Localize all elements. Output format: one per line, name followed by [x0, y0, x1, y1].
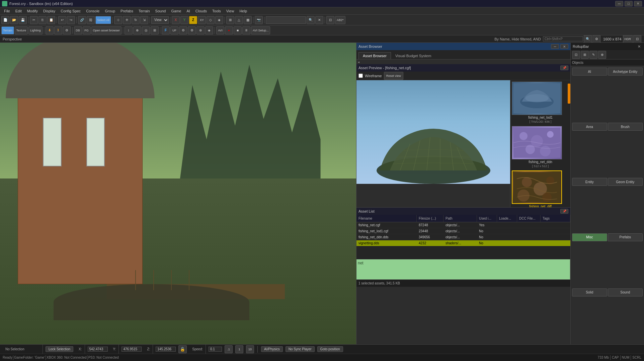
maximize-button[interactable]: □ [625, 1, 633, 6]
menu-modify[interactable]: Modify [24, 8, 41, 14]
f-button[interactable]: F [162, 26, 170, 34]
save-button[interactable]: 💾 [19, 16, 27, 24]
ref-x-button[interactable]: X [172, 16, 180, 24]
menu-group[interactable]: Group [102, 8, 118, 14]
preview-canvas[interactable] [356, 80, 510, 184]
rotate-button[interactable]: ↻ [132, 16, 140, 24]
close-button[interactable]: ✕ [634, 1, 642, 6]
asset-row-3[interactable]: vignetting.dds 4232 shaders/... No [356, 240, 570, 246]
rb-btn-sound[interactable]: Sound [608, 288, 643, 296]
minimize-button[interactable]: ─ [615, 1, 623, 6]
menu-game[interactable]: Game [168, 8, 184, 14]
search-viewport-button[interactable]: 🔍 [584, 35, 592, 43]
menu-help[interactable]: Help [237, 8, 250, 14]
select-button[interactable]: ⊹ [114, 16, 122, 24]
ab2-button[interactable]: AB2* [335, 16, 345, 24]
unlink-button[interactable]: ⛓ [87, 16, 95, 24]
fullscreen-button[interactable]: ⊡ [633, 35, 641, 43]
ref-y-button[interactable]: Y [180, 16, 188, 24]
search-field[interactable] [543, 36, 583, 41]
rollupbar-close-button[interactable]: ✕ [636, 44, 642, 49]
cut-button[interactable]: ✂ [30, 16, 38, 24]
move-button[interactable]: ✛ [123, 16, 131, 24]
menu-clouds[interactable]: Clouds [193, 8, 210, 14]
tool3-button[interactable]: ◎ [142, 26, 150, 34]
no-sync-player-button[interactable]: No Sync Player [286, 346, 315, 352]
lock-selection-button[interactable]: Lock Selection [46, 346, 73, 352]
move2-button[interactable]: ↕ [125, 26, 133, 34]
uf-button[interactable]: UF [170, 26, 178, 34]
tool4-button[interactable]: ⊞ [151, 26, 159, 34]
hdr-button[interactable]: HDR [623, 35, 633, 43]
thumbnail-scroll[interactable]: fishing_net_lod1 [ Tris/LOD: 836 ] [510, 80, 570, 207]
viewport-settings-button[interactable]: ⚙ [592, 35, 600, 43]
rb-btn-geom[interactable]: Geom Entity [608, 178, 643, 186]
rb-btn-ai[interactable]: AI [572, 68, 607, 76]
tab-visual-budget[interactable]: Visual Budget System [391, 52, 435, 59]
speed-1[interactable]: 1 [235, 345, 243, 353]
thumbnail-diff[interactable]: fishing_net_diff [ 512 x 512 ] [512, 170, 569, 207]
axis-xy-button[interactable]: XY [198, 16, 206, 24]
walk-button[interactable]: 🚶 [54, 26, 62, 34]
rb-icon4[interactable]: ⊕ [598, 51, 606, 59]
gizmo1-button[interactable]: ◇ [207, 16, 215, 24]
rb-btn-archetype[interactable]: Archetype Entity [608, 68, 643, 76]
rb-icon2[interactable]: ⊞ [581, 51, 589, 59]
speed-dot1[interactable]: .1 [225, 345, 233, 353]
preview-pin-button[interactable]: 📌 [560, 66, 568, 70]
open-asset-browser-button[interactable]: Open asset browser [91, 26, 122, 34]
layer-button[interactable]: ⊡ [326, 16, 334, 24]
al-pin-button[interactable]: 📌 [560, 209, 568, 214]
ai-physics-button[interactable]: AI/Physics [261, 346, 283, 352]
rb-btn-solid[interactable]: Solid [572, 288, 607, 296]
menu-display[interactable]: Display [41, 8, 58, 14]
menu-configspec[interactable]: Config Spec [58, 8, 83, 14]
char-button[interactable]: 🧍 [46, 26, 54, 34]
gear2-button[interactable]: ⚙ [188, 26, 196, 34]
terrain-button[interactable]: Terrain [1, 26, 14, 34]
wireframe-checkbox[interactable] [358, 74, 363, 78]
tool5-button[interactable]: ⊛ [196, 26, 205, 34]
thumbnail-lod1[interactable]: fishing_net_lod1 [ Tris/LOD: 836 ] [512, 82, 569, 123]
speed-10[interactable]: 10 [246, 345, 254, 353]
texture-button[interactable]: Texture [15, 26, 28, 34]
menu-prefabs[interactable]: Prefabs [118, 8, 136, 14]
angle-button[interactable]: △ [235, 16, 243, 24]
open-button[interactable]: 📂 [10, 16, 18, 24]
speed-input[interactable] [209, 347, 222, 352]
ab-close-button[interactable]: ✕ [560, 44, 568, 49]
menu-edit[interactable]: Edit [13, 8, 24, 14]
physics-button[interactable]: ⚙ [63, 26, 71, 34]
snap2-button[interactable]: ⊕ [133, 26, 141, 34]
coord-y-input[interactable] [122, 347, 142, 352]
menu-tools[interactable]: Tools [210, 8, 224, 14]
new-button[interactable]: 📄 [1, 16, 9, 24]
cam-button[interactable]: 📷 [255, 16, 263, 24]
coord-z-input[interactable] [156, 347, 176, 352]
ab-minimize-button[interactable]: ─ [551, 44, 559, 49]
select-all-button[interactable]: Select All [95, 16, 111, 24]
search-button[interactable]: 🔍 [307, 16, 315, 24]
rb-btn-brush[interactable]: Brush [608, 123, 643, 131]
avi-button[interactable]: AVI [216, 26, 224, 34]
menu-console[interactable]: Console [83, 8, 102, 14]
coord-x-input[interactable] [88, 347, 108, 352]
rb-icon1[interactable]: ⊡ [572, 51, 580, 59]
record-button[interactable]: ● [225, 26, 233, 34]
rb-btn-area[interactable]: Area [572, 123, 607, 131]
grid-button[interactable]: ⊞ [226, 16, 234, 24]
asset-row-1[interactable]: fishing_net_lod1.cgf 23448 objects/... N… [356, 228, 570, 234]
menu-view[interactable]: View [224, 8, 237, 14]
asset-row-0[interactable]: fishing_net.cgf 87248 objects/... Yes [356, 222, 570, 228]
gizmo2-button[interactable]: ◈ [215, 16, 223, 24]
rb-icon3[interactable]: ✎ [589, 51, 597, 59]
paste-button[interactable]: 📋 [47, 16, 55, 24]
copy-button[interactable]: ⎘ [38, 16, 47, 24]
thumbnail-search-text[interactable]: net [356, 259, 570, 279]
collapse-icon[interactable]: ◂ [358, 60, 359, 64]
reset-view-button[interactable]: Reset view [384, 72, 403, 80]
thumbnail-ddn[interactable]: fishing_net_ddn [ 512 x 512 ] [512, 126, 569, 168]
scale-button[interactable]: ⇲ [140, 16, 148, 24]
link-button[interactable]: 🔗 [78, 16, 86, 24]
search-input[interactable] [266, 16, 306, 24]
